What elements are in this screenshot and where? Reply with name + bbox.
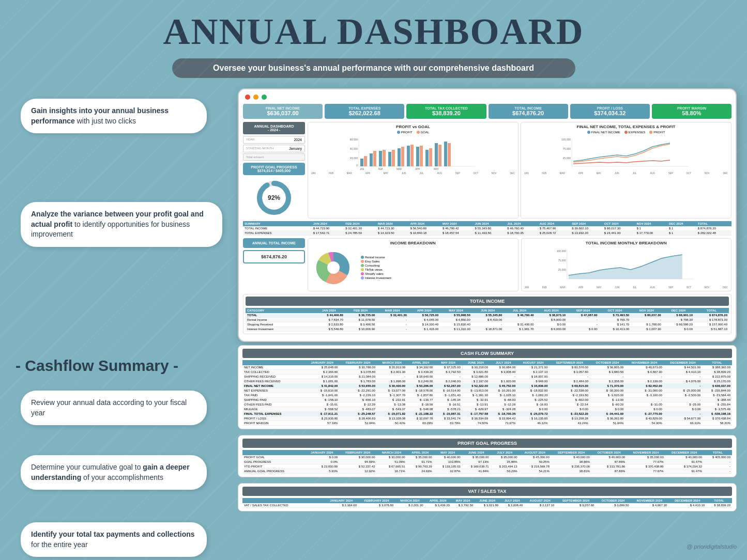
annotation-bubble-4: Determine your cumulative goal to gain a…: [21, 455, 207, 490]
stat-profit-loss: PROFIT / LOSS $374,034.32: [570, 104, 650, 119]
annual-income-label: ANNUAL TOTAL INCOME: [243, 238, 305, 248]
profit-goal-progress-title: PROFIT GOAL PROGRESS: [242, 439, 732, 448]
table-row: SHIPPING PAID $ -158.10$ -656.10$ -222.9…: [242, 398, 732, 402]
svg-text:92%: 92%: [268, 194, 280, 201]
table-row: PROFIT / LOSS $ 23,930.80$ 28,406.83$ 13…: [242, 416, 732, 421]
cashflow-table: JANUARY 2024FEBRUARY 2024MARCH 2024 APRI…: [242, 360, 732, 426]
svg-text:40,000: 40,000: [350, 147, 358, 150]
vat-table: JANUARY 2024FEBRUARY 2024MARCH 2024 APRI…: [242, 498, 732, 508]
svg-rect-22: [420, 146, 423, 166]
svg-point-41: [327, 261, 340, 274]
annual-income-value: $674,876.20: [243, 250, 305, 263]
total-income-monthly-chart: TOTAL INCOME MONTHLY BREAKDOWN 100,000 7…: [521, 238, 732, 291]
svg-rect-12: [373, 151, 376, 166]
svg-text:20,000: 20,000: [350, 157, 358, 160]
final-net-income-chart: FINAL NET INCOME, TOTAL EXPENSES & PROFI…: [521, 122, 731, 219]
income-section: ANNUAL TOTAL INCOME $674,876.20 INCOME B…: [243, 238, 731, 291]
table-row: PROFIT MARGIN 57.19%52.94%50.42% 60.29%6…: [242, 421, 732, 426]
profit-goal-progress-section: PROFIT GOAL PROGRESS JANUARY 2024FEBRUAR…: [238, 435, 737, 477]
subtitle-text: Oversee your business's annual performan…: [172, 58, 575, 78]
monthly-income-svg: 100,000 75,000 25,000: [524, 247, 729, 286]
svg-rect-19: [407, 146, 410, 166]
cashflow-title: CASH FLOW SUMMARY: [242, 349, 732, 358]
profit-vs-goal-svg: 80,000 40,000 20,000 0: [310, 135, 516, 172]
svg-rect-23: [425, 150, 429, 166]
chrome-dot-green: [262, 95, 267, 100]
svg-text:JAN: JAN: [360, 168, 364, 170]
svg-rect-15: [388, 152, 391, 166]
svg-rect-10: [364, 156, 367, 166]
table-row: SHIPPING RECEIVED $ 14,310.00$ 21,084.00…: [242, 375, 732, 379]
vat-sales-tax-section: VAT / SALES TAX JANUARY 2024FEBRUARY 202…: [238, 483, 737, 511]
table-row: OTHER FEES PAID $ -15.61$ -22.29$ -13.08…: [242, 402, 732, 407]
svg-rect-28: [448, 143, 451, 166]
stat-profit-margin: PROFIT MARGIN 58.80%: [652, 104, 731, 119]
net-income-legend: FINAL NET INCOME EXPENSES PROFIT: [523, 131, 729, 134]
total-income-title: TOTAL INCOME: [246, 297, 729, 306]
svg-text:APR: APR: [415, 168, 420, 170]
annotation-bubble-3: Review your annual data according to you…: [21, 391, 207, 425]
goal-legend-dot: [417, 131, 420, 134]
table-row: TOTAL $ 44,406.80$ 36,735.00$ 32,401.30 …: [246, 313, 729, 318]
table-row: TAX COLLECTED $ 2,364.60$ 3,078.80$ 2,00…: [242, 370, 732, 375]
profit-legend-dot: [397, 131, 400, 134]
svg-rect-13: [379, 151, 382, 166]
watermark: @ prioridigitalstudio: [687, 543, 737, 550]
svg-rect-21: [416, 147, 419, 166]
total-income-table: CATEGORY JAN 2024FEB 2024MAR 2024 APR 20…: [246, 308, 729, 332]
stat-total-income: TOTAL INCOME $674,876.20: [489, 104, 568, 119]
month-selector[interactable]: STARTING MONTH January: [243, 145, 305, 152]
total-income-table-section: TOTAL INCOME CATEGORY JAN 2024FEB 2024MA…: [243, 294, 731, 334]
profit-goal-box: PROFIT GOAL PROGRESS $374,014 / $405,000: [243, 163, 305, 175]
net-income-svg: 100,000 75,000 25,000: [523, 135, 729, 172]
profit-vs-goal-chart: PROFIT vs GOAL PROFIT GOAL: [308, 122, 519, 219]
table-row: FINAL NET INCOME $ 41,842.00$ 53,655.00$…: [242, 384, 732, 388]
total-amount-box: Total amount: [243, 153, 305, 161]
table-row: OTHER FEES RECEIVED $ 1,681.00$ 1,783.00…: [242, 379, 732, 384]
svg-text:25,000: 25,000: [558, 268, 566, 271]
income-breakdown-chart: INCOME BREAKDOWN: [308, 238, 519, 291]
svg-rect-9: [360, 159, 363, 166]
svg-marker-47: [568, 255, 682, 279]
table-row: Rental Income $ 7,834.70$ 11,078.50- $ 4…: [246, 318, 729, 322]
cashflow-section-label: - Cashflow Summary -: [16, 357, 178, 375]
svg-text:MAY: MAY: [434, 168, 438, 170]
income-pie-svg: [310, 247, 357, 288]
donut-svg: 92%: [253, 177, 295, 219]
table-row: TAX PAID $ -1,941.00$ -2,229.10$ -1,307.…: [242, 393, 732, 398]
subtitle-bar: Oversee your business's annual performan…: [0, 58, 747, 78]
annotation-bubble-2: Analyze the variance between your profit…: [21, 202, 222, 247]
year-selector[interactable]: YEAR 2024: [243, 136, 305, 144]
annual-income-panel: ANNUAL TOTAL INCOME $674,876.20: [243, 238, 305, 291]
svg-rect-11: [370, 153, 373, 166]
svg-rect-25: [435, 143, 438, 166]
table-row: MILEAGE $ -568.52$ -483.07$ -543.37 $ -5…: [242, 407, 732, 412]
svg-rect-17: [398, 148, 401, 166]
table-row: NET INCOME $ 25,648.00$ 30,788.00$ 20,01…: [242, 365, 732, 370]
dashboard-mock: FINAL NET INCOME $636,037.00 TOTAL EXPEN…: [238, 88, 737, 342]
table-row: YTD PROFIT $ 23,930.80$ 52,337.42$ 67,66…: [242, 464, 732, 469]
stats-row: FINAL NET INCOME $636,037.00 TOTAL EXPEN…: [243, 104, 731, 119]
stat-final-net-income: FINAL NET INCOME $636,037.00: [243, 104, 323, 119]
chrome-dot-red: [245, 95, 250, 100]
vat-sales-tax-title: VAT / SALES TAX: [242, 487, 732, 496]
svg-rect-24: [429, 148, 432, 166]
svg-text:0: 0: [356, 164, 358, 167]
profit-goal-legend: PROFIT GOAL: [310, 131, 516, 134]
main-dashboard-row: ANNUAL DASHBOARD - 2024 - YEAR 2024 STAR…: [243, 122, 731, 219]
cashflow-section: CASH FLOW SUMMARY JANUARY 2024FEBRUARY 2…: [238, 345, 737, 429]
chrome-dot-yellow: [253, 95, 258, 100]
svg-text:75,000: 75,000: [558, 259, 566, 262]
table-row: GOAL PROGRESS 0.0%94.69%51.09% 91.71%103…: [242, 460, 732, 464]
summary-table: SUMMARY JAN 2024 FEB 2024 MAR 2024 APR 2…: [243, 221, 731, 236]
table-row: VAT / SALES TAX COLLECTED $ 2,364.60$ 3,…: [242, 503, 732, 508]
window-chrome: [243, 94, 731, 101]
table-row: Interest Investment $ 5,549.80$ 10,006.9…: [246, 327, 729, 332]
summary-table-section: SUMMARY JAN 2024 FEB 2024 MAR 2024 APR 2…: [243, 221, 731, 236]
stat-tax-collected: TOTAL TAX COLLECTED $38,839.20: [406, 104, 486, 119]
svg-text:80,000: 80,000: [350, 138, 358, 141]
svg-text:...: ...: [379, 168, 382, 170]
annotation-bubble-1: Gain insights into your annual business …: [21, 99, 207, 133]
svg-text:25,000: 25,000: [563, 157, 571, 160]
income-breakdown-legend: Rental Income Etsy Sales Consulting TikT…: [361, 256, 391, 279]
